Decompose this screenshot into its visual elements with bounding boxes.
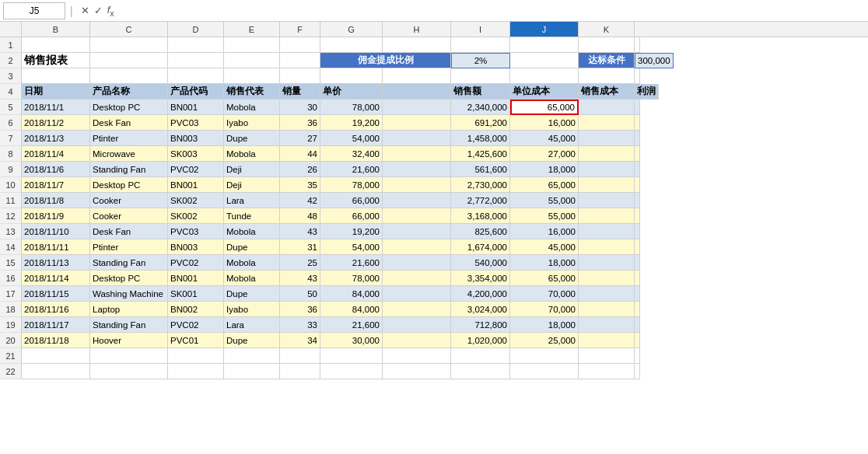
cell-B5[interactable]: 2018/11/1 (22, 100, 90, 115)
cell-undefined8[interactable] (635, 146, 640, 162)
cell-H18[interactable] (383, 302, 451, 317)
cell-K14[interactable] (579, 239, 635, 255)
cell-F5[interactable]: 30 (280, 100, 320, 115)
col-header-b[interactable]: B (22, 22, 90, 37)
cell-F20[interactable]: 34 (280, 333, 320, 348)
cell-F13[interactable]: 43 (280, 224, 320, 239)
cell-H9[interactable] (383, 162, 451, 177)
cell-G9[interactable]: 21,600 (320, 162, 383, 177)
cell-D13[interactable]: PVC03 (168, 224, 224, 239)
cell-G20[interactable]: 30,000 (320, 333, 383, 348)
cell-K12[interactable] (579, 208, 635, 224)
cell-J9[interactable]: 18,000 (510, 162, 579, 177)
cell-undefined14[interactable] (635, 239, 640, 255)
cell-F8[interactable]: 44 (280, 146, 320, 162)
cell-F7[interactable]: 27 (280, 131, 320, 146)
cell-C11[interactable]: Cooker (90, 193, 168, 208)
cell-C7[interactable]: Ptinter (90, 131, 168, 146)
cell-H10[interactable] (383, 177, 451, 193)
cell-undefined19[interactable] (635, 317, 640, 333)
cell-K11[interactable] (579, 193, 635, 208)
cell-D3[interactable] (168, 68, 224, 84)
cell-K18[interactable] (579, 302, 635, 317)
cell-D9[interactable]: PVC02 (168, 162, 224, 177)
cell-J3[interactable] (510, 68, 579, 84)
cell-C4[interactable]: 产品名称 (90, 84, 168, 100)
cell-D15[interactable]: PVC02 (168, 255, 224, 271)
cell-G6[interactable]: 19,200 (320, 115, 383, 131)
cell-F9[interactable]: 26 (280, 162, 320, 177)
cell-J4[interactable]: 单位成本 (510, 84, 579, 100)
cell-I20[interactable]: 1,020,000 (451, 333, 510, 348)
cell-D11[interactable]: SK002 (168, 193, 224, 208)
cell-E22[interactable] (224, 364, 280, 379)
cell-H8[interactable] (383, 146, 451, 162)
cell-C6[interactable]: Desk Fan (90, 115, 168, 131)
cell-G2[interactable]: 佣金提成比例 (320, 53, 451, 68)
cell-undefined13[interactable] (635, 224, 640, 239)
cell-H22[interactable] (383, 364, 451, 379)
cell-E20[interactable]: Dupe (224, 333, 280, 348)
cell-K7[interactable] (579, 131, 635, 146)
cell-undefined15[interactable] (635, 255, 640, 271)
cell-J7[interactable]: 45,000 (510, 131, 579, 146)
cell-D22[interactable] (168, 364, 224, 379)
cell-undefined20[interactable] (635, 333, 640, 348)
cell-G12[interactable]: 66,000 (320, 208, 383, 224)
cell-I21[interactable] (451, 348, 510, 364)
cell-D7[interactable]: BN003 (168, 131, 224, 146)
cell-H19[interactable] (383, 317, 451, 333)
cell-E12[interactable]: Tunde (224, 208, 280, 224)
cell-F16[interactable]: 43 (280, 271, 320, 286)
cell-E5[interactable]: Mobola (224, 100, 280, 115)
cell-E2[interactable] (224, 53, 280, 68)
cell-C8[interactable]: Microwave (90, 146, 168, 162)
cell-K19[interactable] (579, 317, 635, 333)
cell-undefined18[interactable] (635, 302, 640, 317)
function-icon[interactable]: fx (107, 4, 114, 18)
cell-E9[interactable]: Deji (224, 162, 280, 177)
cell-J17[interactable]: 70,000 (510, 286, 579, 302)
cell-B21[interactable] (22, 348, 90, 364)
cell-K2[interactable]: 达标条件 (579, 53, 635, 68)
cell-J5[interactable]: 65,000 (510, 100, 579, 115)
cell-I18[interactable]: 3,024,000 (451, 302, 510, 317)
cell-I8[interactable]: 1,425,600 (451, 146, 510, 162)
cell-G13[interactable]: 19,200 (320, 224, 383, 239)
cell-J12[interactable]: 55,000 (510, 208, 579, 224)
cell-F21[interactable] (280, 348, 320, 364)
cell-J11[interactable]: 55,000 (510, 193, 579, 208)
cell-F14[interactable]: 31 (280, 239, 320, 255)
confirm-icon[interactable]: ✓ (94, 5, 103, 16)
cell-C16[interactable]: Desktop PC (90, 271, 168, 286)
cell-C14[interactable]: Ptinter (90, 239, 168, 255)
cell-E1[interactable] (224, 37, 280, 53)
cell-K5[interactable] (579, 100, 635, 115)
col-header-h[interactable]: H (383, 22, 451, 37)
cell-G5[interactable]: 78,000 (320, 100, 383, 115)
cell-undefined1[interactable] (635, 37, 640, 53)
cell-B3[interactable] (22, 68, 90, 84)
cell-D18[interactable]: BN002 (168, 302, 224, 317)
cell-G1[interactable] (320, 37, 383, 53)
cell-C5[interactable]: Desktop PC (90, 100, 168, 115)
cell-I2[interactable]: 2% (451, 53, 510, 68)
cell-C17[interactable]: Washing Machine (90, 286, 168, 302)
cell-E21[interactable] (224, 348, 280, 364)
cell-E14[interactable]: Dupe (224, 239, 280, 255)
cell-B8[interactable]: 2018/11/4 (22, 146, 90, 162)
cell-D21[interactable] (168, 348, 224, 364)
cell-D6[interactable]: PVC03 (168, 115, 224, 131)
cell-E19[interactable]: Lara (224, 317, 280, 333)
cell-E16[interactable]: Mobola (224, 271, 280, 286)
cell-K22[interactable] (579, 364, 635, 379)
cell-I9[interactable]: 561,600 (451, 162, 510, 177)
cell-F2[interactable] (280, 53, 320, 68)
col-header-f[interactable]: F (280, 22, 320, 37)
cell-K20[interactable] (579, 333, 635, 348)
col-header-k[interactable]: K (579, 22, 635, 37)
cell-D1[interactable] (168, 37, 224, 53)
cell-I5[interactable]: 2,340,000 (451, 100, 510, 115)
cell-reference-box[interactable] (3, 2, 65, 19)
cell-I3[interactable] (451, 68, 510, 84)
